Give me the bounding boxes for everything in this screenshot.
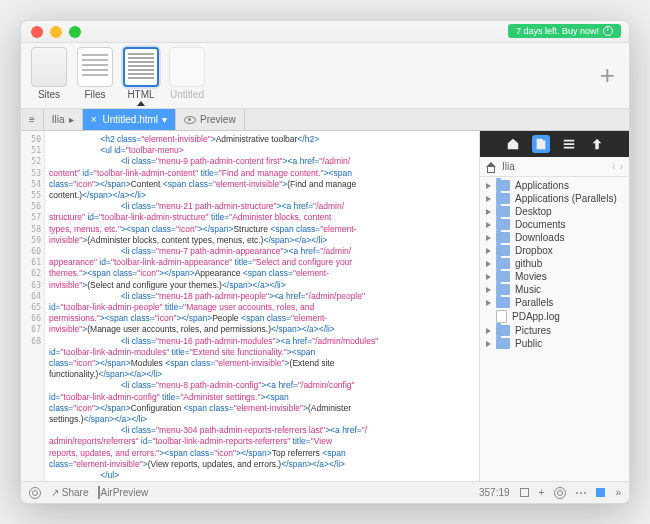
file-row[interactable]: Movies — [480, 270, 629, 283]
code-content[interactable]: <h2 class="element-invisible">Administra… — [45, 131, 479, 481]
disclosure-triangle-icon[interactable] — [486, 235, 491, 241]
panel-toggle-icon[interactable] — [520, 488, 529, 497]
close-tab-icon[interactable]: × — [91, 114, 97, 125]
file-row[interactable]: Desktop — [480, 205, 629, 218]
folder-icon — [496, 232, 510, 243]
folder-icon — [496, 193, 510, 204]
sidebar-root-label[interactable]: Ilia — [502, 161, 515, 172]
home-icon — [486, 162, 498, 172]
folder-icon — [496, 297, 510, 308]
zoom-icon[interactable] — [69, 26, 81, 38]
disclosure-triangle-icon[interactable] — [486, 287, 491, 293]
buy-now-badge[interactable]: 7 days left. Buy now! — [508, 24, 621, 38]
file-row[interactable]: Parallels — [480, 296, 629, 309]
more-icon[interactable] — [576, 492, 586, 494]
file-row[interactable]: Documents — [480, 218, 629, 231]
toolbar-files[interactable]: Files — [75, 47, 115, 100]
file-row[interactable]: Dropbox — [480, 244, 629, 257]
forward-icon[interactable]: › — [620, 161, 623, 172]
files-icon — [77, 47, 113, 87]
upload-icon[interactable] — [588, 135, 606, 153]
selected-indicator-icon — [137, 101, 145, 106]
disclosure-triangle-icon[interactable] — [486, 274, 491, 280]
right-sidebar: Ilia ‹ › ApplicationsApplications (Paral… — [479, 131, 629, 481]
breadcrumb-root[interactable]: Ilia ▸ — [44, 109, 83, 130]
file-row[interactable]: PDApp.log — [480, 309, 629, 324]
file-row[interactable]: Downloads — [480, 231, 629, 244]
close-icon[interactable] — [31, 26, 43, 38]
arrow-right-icon — [603, 26, 613, 36]
toggle-sidebar[interactable]: ≡ — [21, 109, 44, 130]
gear-icon[interactable] — [29, 487, 41, 499]
file-name: Dropbox — [515, 245, 553, 256]
folder-icon — [496, 284, 510, 295]
disclosure-triangle-icon[interactable] — [486, 261, 491, 267]
list-icon[interactable] — [560, 135, 578, 153]
file-name: Public — [515, 338, 542, 349]
toolbar-label: Sites — [38, 89, 60, 100]
mode-icon[interactable] — [596, 488, 605, 497]
tab-bar: ≡ Ilia ▸ × Untitled.html ▾ Preview — [21, 109, 629, 131]
file-row[interactable]: github — [480, 257, 629, 270]
buy-now-label: 7 days left. Buy now! — [516, 26, 599, 36]
file-name: Pictures — [515, 325, 551, 336]
disclosure-triangle-icon[interactable] — [486, 209, 491, 215]
file-name: Applications (Parallels) — [515, 193, 617, 204]
disclosure-triangle-icon[interactable] — [486, 300, 491, 306]
tab-label: Untitled.html — [102, 114, 158, 125]
gear-icon[interactable] — [554, 487, 566, 499]
folder-icon — [496, 325, 510, 336]
file-name: Downloads — [515, 232, 564, 243]
status-right: 357:19 + » — [479, 487, 621, 499]
minimize-icon[interactable] — [50, 26, 62, 38]
main-area: 50 51 52 53 54 55 56 57 58 59 60 61 62 6… — [21, 131, 629, 481]
breadcrumb-label: Ilia — [52, 114, 65, 125]
toolbar-sites[interactable]: Sites — [29, 47, 69, 100]
disclosure-triangle-icon[interactable] — [486, 341, 491, 347]
folder-icon — [496, 258, 510, 269]
sidebar-header: Ilia ‹ › — [480, 157, 629, 177]
file-name: Documents — [515, 219, 566, 230]
disclosure-triangle-icon[interactable] — [486, 248, 491, 254]
code-editor[interactable]: 50 51 52 53 54 55 56 57 58 59 60 61 62 6… — [21, 131, 479, 481]
disclosure-triangle-icon[interactable] — [486, 222, 491, 228]
disclosure-triangle-icon[interactable] — [486, 183, 491, 189]
folder-icon — [496, 180, 510, 191]
status-bar: ↗ Share AirPreview 357:19 + » — [21, 481, 629, 503]
files-panel-icon[interactable] — [532, 135, 550, 153]
home-icon[interactable] — [504, 135, 522, 153]
sidebar-tabs — [480, 131, 629, 157]
cursor-position: 357:19 — [479, 487, 510, 498]
tab-active[interactable]: × Untitled.html ▾ — [83, 109, 176, 130]
file-list: ApplicationsApplications (Parallels)Desk… — [480, 177, 629, 481]
add-button[interactable]: + — [600, 60, 621, 91]
airpreview-button[interactable]: AirPreview — [98, 487, 148, 498]
file-name: Movies — [515, 271, 547, 282]
back-icon[interactable]: ‹ — [612, 161, 615, 172]
folder-icon — [496, 206, 510, 217]
doc-icon — [169, 47, 205, 87]
file-row[interactable]: Applications — [480, 179, 629, 192]
file-name: Desktop — [515, 206, 552, 217]
line-numbers: 50 51 52 53 54 55 56 57 58 59 60 61 62 6… — [21, 131, 45, 481]
toolbar-html[interactable]: HTML — [121, 47, 161, 106]
file-row[interactable]: Music — [480, 283, 629, 296]
tab-preview[interactable]: Preview — [176, 109, 245, 130]
toolbar-label: HTML — [127, 89, 154, 100]
document-icon — [496, 310, 507, 323]
file-name: PDApp.log — [512, 311, 560, 322]
file-name: github — [515, 258, 542, 269]
file-row[interactable]: Public — [480, 337, 629, 350]
file-row[interactable]: Applications (Parallels) — [480, 192, 629, 205]
toolbar-untitled[interactable]: Untitled — [167, 47, 207, 100]
folder-icon — [496, 219, 510, 230]
file-row[interactable]: Pictures — [480, 324, 629, 337]
chevron-icon[interactable]: » — [615, 487, 621, 498]
file-name: Music — [515, 284, 541, 295]
share-button[interactable]: ↗ Share — [51, 487, 88, 498]
disclosure-triangle-icon[interactable] — [486, 196, 491, 202]
titlebar: 7 days left. Buy now! — [21, 21, 629, 43]
disclosure-triangle-icon[interactable] — [486, 328, 491, 334]
toolbar-label: Untitled — [170, 89, 204, 100]
folder-icon — [496, 338, 510, 349]
